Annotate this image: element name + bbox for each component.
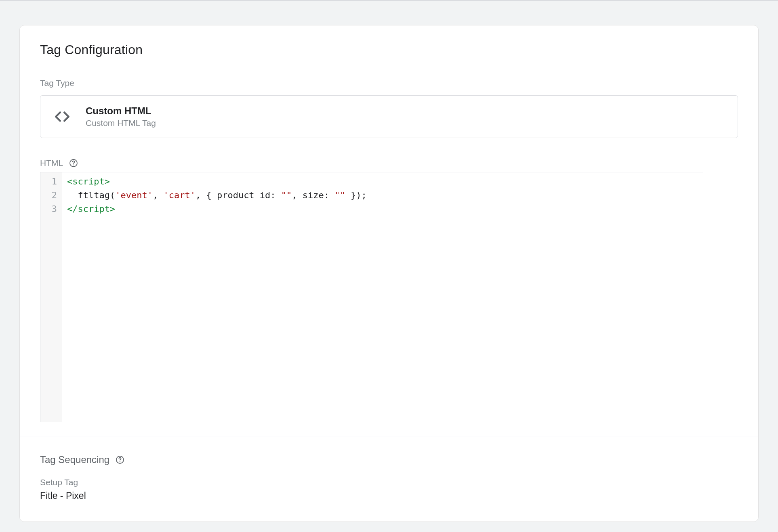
- tag-configuration-card: Tag Configuration Tag Type Custom HTML C…: [19, 25, 759, 522]
- setup-tag-value: Fitle - Pixel: [40, 490, 738, 501]
- code-gutter: 123: [40, 172, 62, 422]
- tag-type-selector[interactable]: Custom HTML Custom HTML Tag: [40, 95, 738, 138]
- code-icon: [53, 107, 72, 126]
- page-wrap: Tag Configuration Tag Type Custom HTML C…: [0, 1, 778, 522]
- help-icon[interactable]: [69, 158, 78, 168]
- code-area[interactable]: <script> ftltag('event', 'cart', { produ…: [62, 172, 703, 422]
- section-divider: [20, 436, 758, 436]
- tag-type-name: Custom HTML: [86, 105, 156, 117]
- setup-tag-label: Setup Tag: [40, 478, 738, 487]
- code-line[interactable]: </script>: [67, 202, 698, 216]
- svg-point-3: [120, 461, 120, 462]
- line-number: 2: [44, 189, 57, 202]
- html-field-label: HTML: [40, 158, 63, 168]
- tag-type-text: Custom HTML Custom HTML Tag: [86, 105, 156, 128]
- html-label-row: HTML: [40, 158, 738, 168]
- svg-point-1: [73, 165, 74, 165]
- line-number: 3: [44, 202, 57, 216]
- tag-type-field-label: Tag Type: [40, 78, 738, 88]
- tag-sequencing-heading-row: Tag Sequencing: [40, 454, 738, 465]
- code-line[interactable]: <script>: [67, 175, 698, 189]
- tag-sequencing-heading: Tag Sequencing: [40, 454, 109, 465]
- help-icon[interactable]: [115, 455, 125, 465]
- html-code-editor[interactable]: 123 <script> ftltag('event', 'cart', { p…: [40, 172, 703, 422]
- code-line[interactable]: ftltag('event', 'cart', { product_id: ""…: [67, 189, 698, 202]
- card-title: Tag Configuration: [40, 42, 738, 57]
- line-number: 1: [44, 175, 57, 189]
- tag-type-description: Custom HTML Tag: [86, 118, 156, 128]
